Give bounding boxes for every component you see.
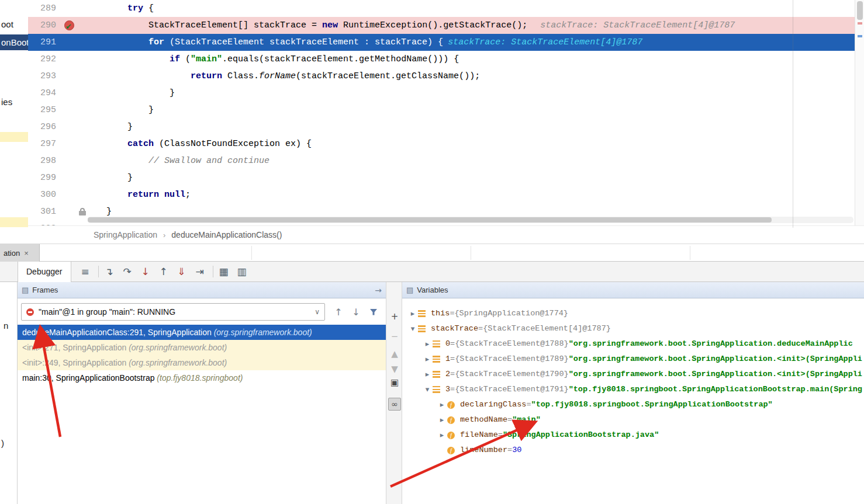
step-into-icon[interactable]: ↓ [138, 264, 153, 279]
copy-stack-icon[interactable]: ▣ [386, 377, 403, 388]
line-number[interactable]: 300 [28, 186, 58, 203]
line-number[interactable]: 289 [28, 0, 58, 17]
chevron-right-icon[interactable]: ▸ [422, 367, 433, 382]
breadcrumb-class[interactable]: SpringApplication [94, 230, 157, 239]
code-line[interactable]: 293 return Class.forName(stackTraceEleme… [28, 68, 855, 85]
gutter-icon-area[interactable]: ✔ [58, 17, 82, 34]
gutter-icon-area[interactable] [58, 85, 82, 102]
code-line[interactable]: 296 } [28, 119, 855, 135]
code-line[interactable]: 290✔ StackTraceElement[] stackTrace = ne… [28, 17, 855, 34]
stack-frame-row[interactable]: main:30, SpringApplicationBootstrap (top… [18, 370, 386, 385]
settings-filter-icon[interactable]: ▥ [234, 264, 250, 279]
gutter-icon-area[interactable] [58, 34, 82, 51]
toolbar-separator [98, 266, 99, 277]
variable-row[interactable]: ▸fmethodName = "main" [402, 412, 864, 427]
code-line[interactable]: 292 if ("main".equals(stackTraceElement.… [28, 51, 855, 68]
gutter-icon-area[interactable] [58, 68, 82, 85]
filter-icon[interactable] [365, 304, 382, 319]
variable-row[interactable]: flineNumber = 30 [402, 443, 864, 458]
gutter-icon-area[interactable] [58, 0, 82, 17]
code-editor[interactable]: 289 try {290✔ StackTraceElement[] stackT… [28, 0, 855, 228]
thread-icon [26, 308, 34, 316]
tab-label: ation [4, 249, 20, 258]
show-inline-values-toggle[interactable]: ∞ [388, 398, 401, 411]
breadcrumb-method[interactable]: deduceMainApplicationClass() [171, 230, 282, 239]
chevron-right-icon[interactable]: ▸ [407, 306, 418, 321]
code-line[interactable]: 295 } [28, 102, 855, 119]
chevron-right-icon[interactable]: ▸ [437, 412, 447, 427]
chevron-right-icon[interactable]: ▸ [422, 352, 433, 367]
chevron-right-icon[interactable]: ▸ [437, 397, 447, 412]
line-number[interactable]: 301 [28, 203, 58, 220]
line-number[interactable]: 294 [28, 85, 58, 102]
scrollbar-thumb[interactable] [857, 1, 863, 20]
thread-selector-dropdown[interactable]: "main"@1 in group "main": RUNNING ∨ [21, 303, 325, 321]
stack-frame-row[interactable]: <init>:249, SpringApplication (org.sprin… [18, 355, 386, 370]
code-line[interactable]: 294 } [28, 85, 855, 102]
chevron-right-icon[interactable]: ▸ [422, 336, 433, 352]
project-item-fragment[interactable]: ies [1, 97, 12, 107]
line-number[interactable]: 290 [28, 17, 58, 34]
line-number[interactable]: 293 [28, 68, 58, 85]
gutter-icon-area[interactable] [58, 203, 82, 220]
gutter-icon-area[interactable] [58, 152, 82, 169]
dock-panel-icon[interactable]: → [375, 286, 382, 295]
code-line[interactable]: 289 try { [28, 0, 855, 17]
line-number[interactable]: 299 [28, 169, 58, 186]
line-number[interactable]: 292 [28, 51, 58, 68]
tab-debugger[interactable]: Debugger [18, 262, 71, 282]
stack-frame-row[interactable]: deduceMainApplicationClass:291, SpringAp… [18, 325, 386, 340]
variable-row[interactable]: ▸ffileName = "SpringApplicationBootstrap… [402, 427, 864, 443]
close-icon[interactable]: × [24, 249, 29, 258]
step-over-icon[interactable]: ↷ [120, 264, 135, 279]
gutter-icon-area[interactable] [58, 51, 82, 68]
execution-stripe-mark[interactable] [858, 35, 862, 37]
gutter-icon-area[interactable] [58, 119, 82, 135]
previous-frame-icon[interactable]: ↑ [330, 304, 347, 319]
remove-watch-icon[interactable]: − [386, 331, 403, 342]
project-item-selected[interactable]: onBoot [0, 34, 28, 50]
partial-editor-tab[interactable]: ation × [0, 244, 40, 262]
editor-vertical-scrollbar[interactable] [855, 0, 864, 228]
add-watch-icon[interactable]: + [386, 311, 403, 322]
chevron-right-icon[interactable]: ▸ [437, 427, 447, 443]
variable-row[interactable]: ▸2 = {StackTraceElement@1790} "org.sprin… [402, 367, 864, 382]
view-grid-icon[interactable]: ▦ [216, 264, 231, 279]
gutter-icon-area[interactable] [58, 135, 82, 152]
variable-row[interactable]: ▸fdeclaringClass = "top.fjy8018.springbo… [402, 397, 864, 412]
code-line[interactable]: 297 catch (ClassNotFoundException ex) { [28, 135, 855, 152]
line-number[interactable]: 296 [28, 119, 58, 135]
step-out-icon[interactable]: ↑ [156, 264, 171, 279]
line-number[interactable]: 298 [28, 152, 58, 169]
gutter-icon-area[interactable] [58, 102, 82, 119]
variable-row[interactable]: ▸0 = {StackTraceElement@1788} "org.sprin… [402, 336, 864, 352]
variable-row[interactable]: ▸this = {SpringApplication@1774} [402, 306, 864, 321]
gutter-icon-area[interactable] [58, 186, 82, 203]
chevron-down-icon[interactable]: ▾ [422, 382, 433, 397]
breakpoint-stripe-mark[interactable] [858, 22, 862, 25]
stack-frame-row[interactable]: <init>:271, SpringApplication (org.sprin… [18, 340, 386, 355]
code-line[interactable]: 299 } [28, 169, 855, 186]
scroll-down-icon[interactable]: ▼ [386, 364, 403, 374]
code-line[interactable]: 298 // Swallow and continue [28, 152, 855, 169]
force-step-into-icon[interactable]: ⇓ [174, 264, 189, 279]
code-line[interactable]: 300 return null; [28, 186, 855, 203]
scroll-up-icon[interactable]: ▲ [386, 349, 403, 359]
project-item-fragment[interactable]: oot [1, 19, 13, 29]
line-number[interactable]: 291 [28, 34, 58, 51]
next-frame-icon[interactable]: ↓ [347, 304, 365, 319]
variable-row[interactable]: ▾3 = {StackTraceElement@1791} "top.fjy80… [402, 382, 864, 397]
code-line[interactable]: 291 for (StackTraceElement stackTraceEle… [28, 34, 855, 51]
line-number[interactable]: 297 [28, 135, 58, 152]
scrollbar-thumb[interactable] [88, 217, 772, 223]
value-icon [418, 325, 431, 332]
variable-row[interactable]: ▾stackTrace = {StackTraceElement[4]@1787… [402, 321, 864, 336]
run-to-cursor-icon[interactable]: ⇥ [192, 264, 208, 279]
line-number[interactable]: 295 [28, 102, 58, 119]
show-execution-point-icon[interactable]: ↴ [102, 264, 117, 279]
gutter-icon-area[interactable] [58, 169, 82, 186]
editor-horizontal-scrollbar[interactable] [88, 217, 853, 223]
variable-row[interactable]: ▸1 = {StackTraceElement@1789} "org.sprin… [402, 352, 864, 367]
chevron-down-icon[interactable]: ▾ [407, 321, 418, 336]
layout-menu-icon[interactable]: ≡ [78, 264, 93, 279]
